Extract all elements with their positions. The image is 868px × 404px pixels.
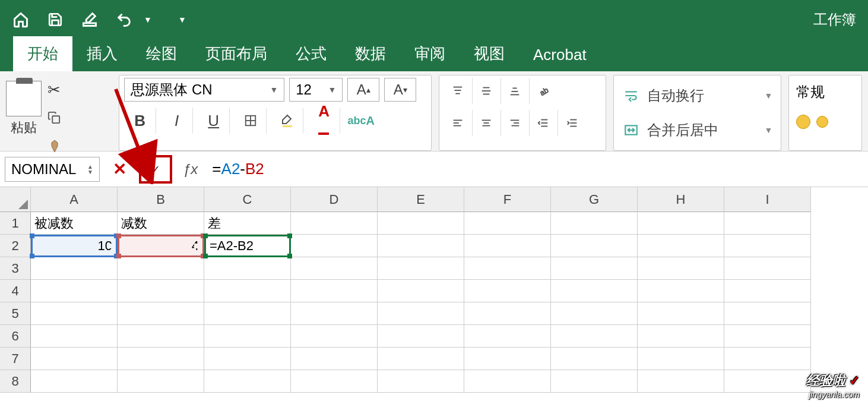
save-icon[interactable] <box>46 11 64 29</box>
cell[interactable] <box>724 257 811 280</box>
paste-button[interactable]: 粘贴 <box>6 75 42 137</box>
cell-g1[interactable] <box>551 212 638 235</box>
cell[interactable] <box>551 370 638 393</box>
copy-icon[interactable] <box>47 110 62 128</box>
format-painter-icon[interactable] <box>47 139 62 157</box>
cell[interactable] <box>638 370 724 393</box>
cell[interactable] <box>31 257 118 280</box>
borders-button[interactable] <box>235 108 267 134</box>
cell[interactable] <box>378 302 464 325</box>
cell[interactable] <box>724 280 811 302</box>
cancel-button[interactable]: ✕ <box>106 157 133 182</box>
cell[interactable] <box>204 280 291 302</box>
cell-i2[interactable] <box>724 235 811 257</box>
worksheet-grid[interactable]: A B C D E F G H I 1 被减数 减数 差 2 10 4 =A2-… <box>0 187 868 393</box>
col-header-d[interactable]: D <box>291 187 378 212</box>
currency-icon[interactable] <box>796 115 810 129</box>
cell-i1[interactable] <box>724 212 811 235</box>
tab-draw[interactable]: 绘图 <box>132 36 191 71</box>
cell[interactable] <box>291 302 378 325</box>
cell[interactable] <box>118 302 204 325</box>
tab-review[interactable]: 审阅 <box>400 36 460 71</box>
align-left-icon[interactable] <box>444 110 473 136</box>
col-header-g[interactable]: G <box>551 187 638 212</box>
col-header-h[interactable]: H <box>638 187 724 212</box>
cell[interactable] <box>118 348 204 370</box>
cell[interactable] <box>291 280 378 302</box>
col-header-f[interactable]: F <box>464 187 551 212</box>
cell-b2[interactable]: 4 <box>118 235 204 257</box>
cell[interactable] <box>291 257 378 280</box>
cell[interactable] <box>464 348 551 370</box>
phonetic-button[interactable]: abcA <box>345 108 377 134</box>
font-color-button[interactable]: A <box>308 108 340 134</box>
row-header-8[interactable]: 8 <box>0 370 31 393</box>
cell[interactable] <box>464 370 551 393</box>
cell[interactable] <box>464 280 551 302</box>
increase-font-icon[interactable]: A▴ <box>347 78 379 102</box>
cell[interactable] <box>638 325 724 348</box>
cell-c1[interactable]: 差 <box>204 212 291 235</box>
row-header-6[interactable]: 6 <box>0 325 31 348</box>
cell[interactable] <box>31 280 118 302</box>
percent-icon[interactable] <box>816 116 828 128</box>
cell[interactable] <box>464 302 551 325</box>
cell[interactable] <box>638 257 724 280</box>
cell[interactable] <box>204 348 291 370</box>
align-top-icon[interactable] <box>444 78 473 104</box>
row-header-7[interactable]: 7 <box>0 348 31 370</box>
tab-view[interactable]: 视图 <box>460 36 519 71</box>
undo-dropdown-icon[interactable]: ▼ <box>139 11 157 29</box>
cell[interactable] <box>31 348 118 370</box>
col-header-c[interactable]: C <box>204 187 291 212</box>
tab-acrobat[interactable]: Acrobat <box>519 39 601 71</box>
tab-formulas[interactable]: 公式 <box>281 36 341 71</box>
cell-d1[interactable] <box>291 212 378 235</box>
font-name-select[interactable]: 思源黑体 CN▼ <box>124 78 284 102</box>
cell-f1[interactable] <box>464 212 551 235</box>
cell[interactable] <box>551 280 638 302</box>
cell[interactable] <box>551 348 638 370</box>
cell[interactable] <box>724 302 811 325</box>
cell[interactable] <box>464 257 551 280</box>
underline-button[interactable]: U <box>198 108 230 134</box>
cell[interactable] <box>724 370 811 393</box>
cell[interactable] <box>31 302 118 325</box>
align-right-icon[interactable] <box>501 110 530 136</box>
stepper-icon[interactable]: ▲▼ <box>87 164 93 175</box>
decrease-indent-icon[interactable] <box>530 110 558 136</box>
cell[interactable] <box>378 370 464 393</box>
wrap-text-button[interactable]: 自动换行▼ <box>622 80 772 111</box>
cell[interactable] <box>204 325 291 348</box>
cell[interactable] <box>378 348 464 370</box>
cell[interactable] <box>551 302 638 325</box>
italic-button[interactable]: I <box>161 108 193 134</box>
fx-icon[interactable]: ƒx <box>178 161 202 178</box>
font-size-select[interactable]: 12▼ <box>289 78 343 102</box>
col-header-i[interactable]: I <box>724 187 811 212</box>
enter-button[interactable]: ✓ <box>139 155 172 184</box>
formula-input[interactable]: =A2-B2 <box>208 160 264 178</box>
qat-customize-icon[interactable]: ▼ <box>173 11 191 29</box>
cell[interactable] <box>724 348 811 370</box>
cell-e2[interactable] <box>378 235 464 257</box>
row-header-4[interactable]: 4 <box>0 280 31 302</box>
cell[interactable] <box>724 325 811 348</box>
col-header-a[interactable]: A <box>31 187 118 212</box>
cell[interactable] <box>291 348 378 370</box>
cell[interactable] <box>378 257 464 280</box>
row-header-5[interactable]: 5 <box>0 302 31 325</box>
cell[interactable] <box>118 280 204 302</box>
cell[interactable] <box>204 257 291 280</box>
align-middle-icon[interactable] <box>473 78 501 104</box>
tab-page-layout[interactable]: 页面布局 <box>191 36 281 71</box>
cell[interactable] <box>31 370 118 393</box>
cell[interactable] <box>118 325 204 348</box>
decrease-font-icon[interactable]: A▾ <box>384 78 416 102</box>
col-header-e[interactable]: E <box>378 187 464 212</box>
cell[interactable] <box>464 325 551 348</box>
row-header-3[interactable]: 3 <box>0 257 31 280</box>
select-all-button[interactable] <box>0 187 31 212</box>
orientation-icon[interactable]: ab <box>530 78 558 104</box>
cell[interactable] <box>291 325 378 348</box>
